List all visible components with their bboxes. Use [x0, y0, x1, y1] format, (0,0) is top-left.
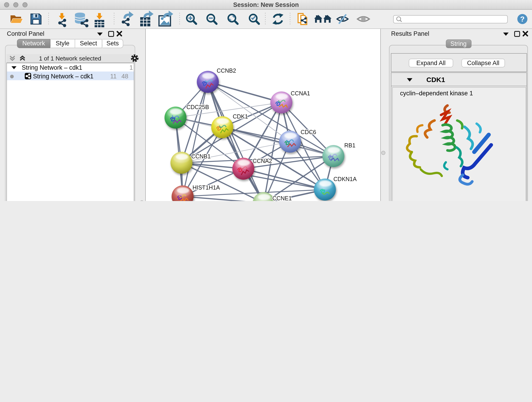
svg-text:?: ?: [520, 15, 525, 23]
svg-text:CDC25B: CDC25B: [186, 104, 209, 110]
svg-text:CCNB2: CCNB2: [216, 67, 236, 74]
svg-text:CCNB1: CCNB1: [191, 153, 210, 159]
svg-text:CDC6: CDC6: [300, 128, 316, 135]
svg-text:CDKN1A: CDKN1A: [333, 176, 356, 182]
svg-text:CCNA1: CCNA1: [291, 90, 310, 96]
svg-text:RB1: RB1: [344, 142, 355, 148]
svg-text:CCNA2: CCNA2: [253, 157, 272, 164]
svg-text:CDK1: CDK1: [233, 113, 248, 119]
svg-text:HIST1H1A: HIST1H1A: [192, 184, 220, 191]
svg-text:CCNE1: CCNE1: [272, 195, 292, 201]
